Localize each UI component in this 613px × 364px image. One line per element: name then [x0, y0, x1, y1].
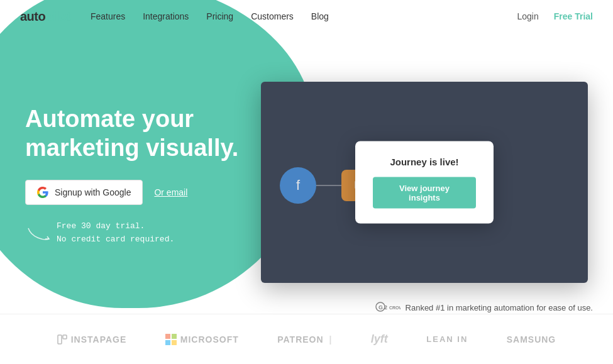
partner-microsoft: Microsoft: [165, 334, 239, 345]
nav-pricing[interactable]: Pricing: [206, 11, 233, 21]
svg-text:CROWD: CROWD: [389, 306, 400, 310]
partner-lyft: lyft: [371, 333, 388, 346]
nav-integrations[interactable]: Integrations: [143, 11, 189, 21]
g2-text: Ranked #1 in marketing automation for ea…: [406, 303, 593, 312]
free-trial-link[interactable]: Free Trial: [554, 11, 593, 21]
patreon-label: PATREON: [277, 334, 323, 345]
lean-in-label: LEAN IN: [426, 334, 468, 344]
partner-instapage: Instapage: [57, 334, 127, 345]
connector-1: [316, 185, 341, 186]
hero-section: Automate your marketing visually. Signup…: [0, 0, 613, 301]
login-link[interactable]: Login: [517, 11, 538, 21]
nav-right: Login Free Trial: [517, 11, 593, 21]
partner-lean-in: LEAN IN: [426, 334, 468, 344]
app-screenshot: f ✉ ⚙ Journey is live! View journey insi…: [261, 82, 588, 283]
svg-rect-5: [63, 335, 67, 339]
hero-note-text: Free 30 day trial. No credit card requir…: [57, 220, 261, 246]
facebook-icon: f: [296, 177, 300, 194]
svg-text:G: G: [378, 304, 383, 311]
nav-customers[interactable]: Customers: [251, 11, 294, 21]
signup-google-label: Signup with Google: [55, 187, 131, 197]
g2-badge: G 2 CROWD Ranked #1 in marketing automat…: [375, 302, 593, 314]
journey-modal: Journey is live! View journey insights: [355, 141, 494, 223]
instapage-label: Instapage: [71, 334, 127, 345]
arrow-icon: [25, 225, 50, 244]
g2-logo: G 2 CROWD: [375, 302, 400, 314]
nav-features[interactable]: Features: [91, 11, 125, 21]
hero-title: Automate your marketing visually.: [25, 105, 261, 162]
node-facebook: f: [280, 167, 316, 204]
svg-rect-4: [58, 335, 62, 344]
navbar: autopilot Features Integrations Pricing …: [0, 0, 613, 33]
journey-modal-title: Journey is live!: [373, 156, 476, 167]
partners-bar: Instapage Microsoft PATREON | lyft LEAN …: [0, 314, 613, 364]
partner-samsung: SAMSUNG: [507, 334, 556, 345]
hero-note: Free 30 day trial. No credit card requir…: [25, 220, 261, 246]
or-email-link[interactable]: Or email: [154, 187, 187, 197]
nav-blog[interactable]: Blog: [311, 11, 329, 21]
nav-links: Features Integrations Pricing Customers …: [91, 11, 517, 21]
microsoft-icon: [165, 334, 177, 345]
hero-left: Automate your marketing visually. Signup…: [25, 92, 261, 246]
instapage-icon: [57, 334, 67, 345]
partner-patreon: PATREON |: [277, 334, 332, 345]
microsoft-label: Microsoft: [180, 334, 239, 345]
google-icon: [37, 187, 48, 198]
hero-right: f ✉ ⚙ Journey is live! View journey insi…: [261, 57, 588, 283]
lyft-label: lyft: [371, 333, 388, 345]
hero-cta-row: Signup with Google Or email: [25, 180, 261, 205]
svg-text:2: 2: [384, 304, 387, 311]
logo-text: autopilot: [20, 9, 70, 24]
samsung-label: SAMSUNG: [507, 334, 556, 345]
view-journey-button[interactable]: View journey insights: [373, 177, 476, 208]
signup-google-button[interactable]: Signup with Google: [25, 180, 143, 205]
logo[interactable]: autopilot: [20, 9, 70, 24]
